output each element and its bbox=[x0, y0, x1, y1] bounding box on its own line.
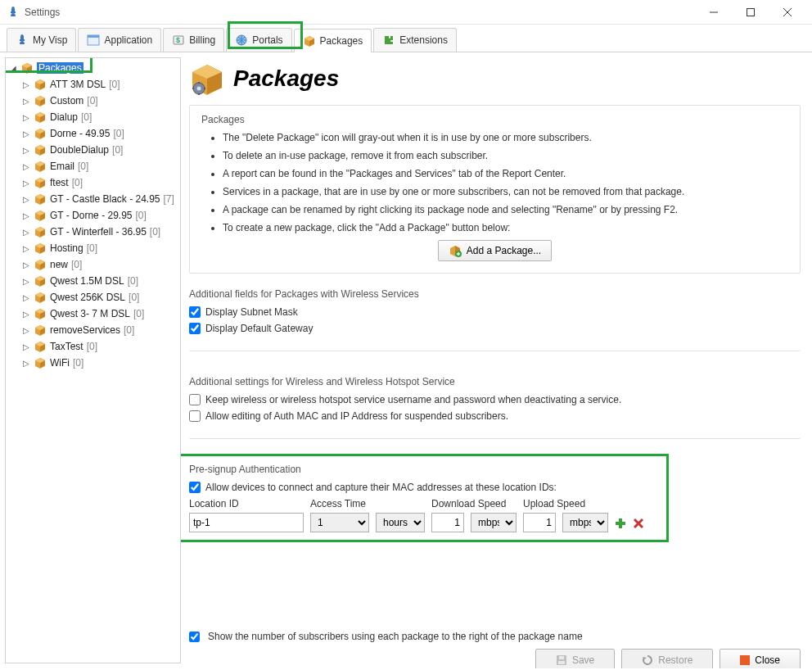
package-icon bbox=[34, 176, 47, 189]
tab-packages[interactable]: Packages bbox=[294, 29, 372, 52]
svg-point-10 bbox=[197, 87, 201, 91]
expand-icon[interactable]: ▷ bbox=[22, 326, 30, 334]
expand-icon[interactable]: ▷ bbox=[22, 195, 30, 203]
button-label: Restore bbox=[658, 654, 692, 666]
expand-icon[interactable]: ▷ bbox=[22, 359, 30, 367]
tree-item[interactable]: ▷ftest [0] bbox=[6, 174, 180, 191]
delete-row-icon[interactable] bbox=[633, 518, 644, 532]
access-time-value-select[interactable]: 1 bbox=[310, 513, 369, 532]
tree-item[interactable]: ▷Dorne - 49.95 [0] bbox=[6, 125, 180, 142]
tree-item[interactable]: ▷Qwest 256K DSL [0] bbox=[6, 289, 180, 306]
tree-item-label: Custom bbox=[50, 95, 83, 106]
package-icon bbox=[34, 78, 47, 91]
tree-item-label: Qwest 256K DSL bbox=[50, 292, 125, 303]
package-icon bbox=[34, 225, 47, 238]
tree-item[interactable]: ▷WiFi [0] bbox=[6, 355, 180, 371]
tree-item[interactable]: ▷GT - Castle Black - 24.95 [7] bbox=[6, 191, 180, 207]
tree-item-label: new bbox=[50, 259, 68, 270]
tree-item-label: WiFi bbox=[50, 357, 70, 369]
globe-icon bbox=[235, 34, 248, 47]
package-icon bbox=[34, 242, 47, 255]
tree-item[interactable]: ▷Qwest 1.5M DSL [0] bbox=[6, 273, 180, 289]
close-window-button[interactable] bbox=[769, 1, 805, 24]
location-id-label: Location ID bbox=[189, 498, 304, 509]
expand-icon[interactable]: ▷ bbox=[22, 228, 30, 236]
tree-item[interactable]: ▷Dialup [0] bbox=[6, 109, 180, 125]
button-label: Close bbox=[755, 654, 780, 666]
tree-item[interactable]: ▷ATT 3M DSL [0] bbox=[6, 76, 180, 93]
tab-extensions[interactable]: Extensions bbox=[373, 28, 457, 52]
upload-speed-input[interactable] bbox=[523, 513, 556, 532]
package-icon bbox=[20, 61, 34, 75]
expand-icon[interactable]: ▷ bbox=[22, 244, 30, 252]
tree-item[interactable]: ▷TaxTest [0] bbox=[6, 338, 180, 355]
expand-icon[interactable]: ▷ bbox=[22, 97, 30, 105]
close-button[interactable]: Close bbox=[720, 649, 801, 668]
tab-application[interactable]: Application bbox=[78, 28, 161, 52]
tree-item[interactable]: ▷new [0] bbox=[6, 256, 180, 273]
tab-portals[interactable]: Portals bbox=[226, 28, 291, 52]
window-title: Settings bbox=[25, 7, 695, 18]
tree-item[interactable]: ▷Email [0] bbox=[6, 158, 180, 174]
allow-devices-checkbox[interactable] bbox=[189, 482, 201, 493]
tree-root-packages[interactable]: ◢ Packages bbox=[6, 60, 180, 76]
tree-item[interactable]: ▷Hosting [0] bbox=[6, 240, 180, 256]
show-subscriber-count-checkbox[interactable] bbox=[189, 632, 200, 642]
tree-item-label: Hosting bbox=[50, 242, 83, 254]
maximize-button[interactable] bbox=[732, 1, 769, 24]
tree-item-label: Dorne - 49.95 bbox=[50, 128, 110, 139]
tab-myvisp[interactable]: My Visp bbox=[7, 28, 76, 52]
allow-edit-mac-checkbox[interactable] bbox=[189, 410, 201, 422]
upload-unit-select[interactable]: mbps bbox=[562, 513, 608, 532]
expand-icon[interactable]: ▷ bbox=[22, 260, 30, 269]
tree-item-count: [0] bbox=[113, 128, 124, 139]
add-row-icon[interactable] bbox=[615, 518, 626, 532]
sidebar-tree[interactable]: ◢ Packages ▷ATT 3M DSL [0]▷Custom [0]▷Di… bbox=[5, 57, 181, 663]
expand-icon[interactable]: ▷ bbox=[22, 277, 30, 285]
package-add-icon bbox=[449, 244, 462, 257]
expand-icon[interactable]: ▷ bbox=[22, 310, 30, 318]
package-icon bbox=[34, 307, 47, 320]
tree-item-count: [0] bbox=[73, 357, 83, 369]
default-gateway-checkbox[interactable] bbox=[189, 323, 201, 334]
tab-billing[interactable]: $ Billing bbox=[163, 28, 224, 52]
collapse-icon[interactable]: ◢ bbox=[9, 64, 17, 72]
expand-icon[interactable]: ▷ bbox=[22, 162, 30, 170]
location-id-input[interactable] bbox=[189, 513, 304, 532]
minimize-button[interactable] bbox=[695, 1, 732, 24]
expand-icon[interactable]: ▷ bbox=[22, 113, 30, 121]
tree-item-count: [0] bbox=[150, 226, 160, 238]
tree-item[interactable]: ▷GT - Dorne - 29.95 [0] bbox=[6, 207, 180, 224]
tab-label: Packages bbox=[320, 35, 363, 47]
access-time-unit-select[interactable]: hours bbox=[376, 513, 425, 532]
restore-button[interactable]: Restore bbox=[621, 649, 713, 668]
keep-credentials-checkbox[interactable] bbox=[189, 394, 201, 405]
checkbox-label: Show the number of subscribers using eac… bbox=[208, 631, 583, 642]
expand-icon[interactable]: ▷ bbox=[22, 146, 30, 154]
button-label: Add a Package... bbox=[467, 245, 541, 256]
blank-label bbox=[376, 498, 425, 509]
tree-item[interactable]: ▷DoubleDialup [0] bbox=[6, 142, 180, 158]
package-icon bbox=[34, 356, 47, 369]
package-icon bbox=[34, 192, 47, 206]
expand-icon[interactable]: ▷ bbox=[22, 179, 30, 187]
tree-item[interactable]: ▷removeServices [0] bbox=[6, 322, 180, 338]
download-speed-input[interactable] bbox=[431, 513, 464, 532]
bullet-text: To delete an in-use package, remove it f… bbox=[223, 150, 788, 161]
download-unit-select[interactable]: mbps bbox=[471, 513, 517, 532]
svg-rect-20 bbox=[559, 656, 564, 659]
expand-icon[interactable]: ▷ bbox=[22, 129, 30, 138]
expand-icon[interactable]: ▷ bbox=[22, 293, 30, 301]
tree-item[interactable]: ▷Custom [0] bbox=[6, 93, 180, 109]
puzzle-icon bbox=[382, 34, 395, 47]
presignup-section: Pre-signup Authentication Allow devices … bbox=[189, 454, 801, 544]
subnet-mask-checkbox[interactable] bbox=[189, 306, 201, 318]
save-button[interactable]: Save bbox=[535, 649, 615, 668]
expand-icon[interactable]: ▷ bbox=[22, 80, 30, 88]
blank-label bbox=[562, 498, 608, 509]
expand-icon[interactable]: ▷ bbox=[22, 211, 30, 220]
expand-icon[interactable]: ▷ bbox=[22, 342, 30, 351]
tree-item[interactable]: ▷GT - Winterfell - 36.95 [0] bbox=[6, 224, 180, 240]
add-package-button[interactable]: Add a Package... bbox=[438, 240, 552, 261]
tree-item[interactable]: ▷Qwest 3- 7 M DSL [0] bbox=[6, 306, 180, 322]
